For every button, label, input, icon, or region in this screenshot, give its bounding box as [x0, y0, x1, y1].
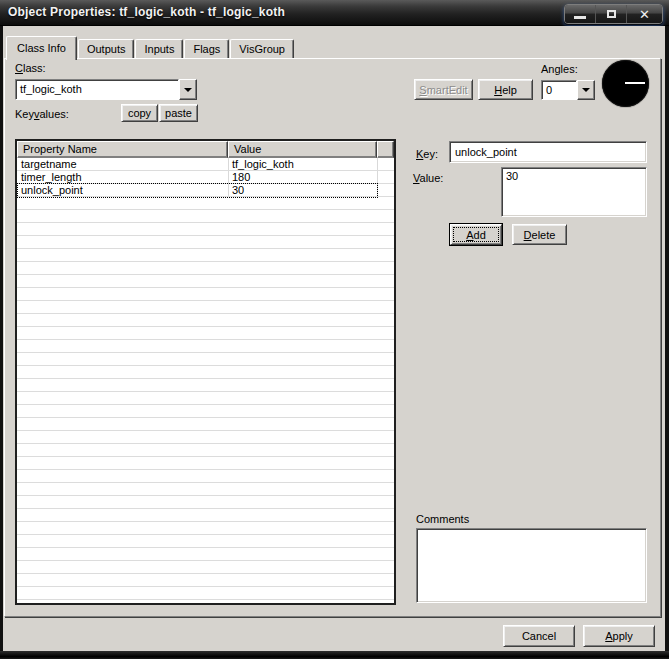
add-button[interactable]: Add: [450, 224, 502, 245]
copy-button[interactable]: copy: [121, 104, 158, 122]
tab-outputs[interactable]: Outputs: [78, 39, 135, 59]
tab-visgroup[interactable]: VisGroup: [230, 39, 294, 59]
window-title: Object Properties: tf_logic_koth - tf_lo…: [8, 5, 285, 19]
class-info-pane: Class: tf_logic_koth Keyvalues: copy pas…: [4, 58, 661, 617]
smartedit-button[interactable]: SmartEdit: [414, 79, 473, 100]
angle-dial[interactable]: [602, 60, 649, 107]
table-row-targetname[interactable]: targetname tf_logic_koth: [17, 158, 394, 171]
tab-class-info[interactable]: Class Info: [6, 36, 77, 60]
minimize-icon: [574, 16, 586, 19]
class-combobox-value: tf_logic_koth: [15, 79, 179, 100]
property-value-cell: tf_logic_koth: [228, 158, 377, 170]
keyvalues-label: Keyvalues:: [15, 108, 69, 120]
close-icon: ✕: [639, 8, 650, 21]
angle-pointer-icon: [625, 82, 645, 84]
help-button[interactable]: Help: [478, 79, 533, 100]
object-properties-window: Object Properties: tf_logic_koth - tf_lo…: [0, 0, 669, 659]
property-value-cell: 180: [228, 171, 377, 183]
value-input[interactable]: 30: [501, 167, 647, 217]
property-name-cell: unlock_point: [17, 184, 228, 196]
window-controls: ✕: [564, 4, 663, 24]
column-header-value[interactable]: Value: [228, 141, 377, 158]
maximize-button[interactable]: [596, 5, 627, 23]
comments-label: Comments: [416, 513, 469, 525]
title-bar[interactable]: Object Properties: tf_logic_koth - tf_lo…: [0, 0, 669, 26]
empty-grid-rows: [17, 197, 394, 603]
angles-combobox-value: 0: [541, 80, 577, 100]
tab-strip: Class Info Outputs Inputs Flags VisGroup: [6, 35, 295, 59]
angles-dropdown-button[interactable]: [577, 80, 595, 100]
dropdown-arrow-icon: [582, 88, 590, 92]
minimize-button[interactable]: [565, 5, 596, 23]
column-header-property-name[interactable]: Property Name: [17, 141, 228, 158]
maximize-icon: [607, 10, 616, 18]
property-name-cell: targetname: [17, 158, 228, 170]
keyvalue-table-header: Property Name Value: [17, 141, 394, 158]
dialog-client-area: Class Info Outputs Inputs Flags VisGroup…: [3, 26, 665, 651]
class-combobox-dropdown-button[interactable]: [179, 79, 197, 100]
delete-button[interactable]: Delete: [512, 224, 567, 245]
key-input[interactable]: unlock_point: [449, 141, 647, 163]
apply-button[interactable]: Apply: [583, 625, 655, 647]
tab-inputs[interactable]: Inputs: [135, 39, 183, 59]
angles-combobox[interactable]: 0: [541, 80, 595, 100]
window-bottom-border: [0, 651, 669, 659]
dropdown-arrow-icon: [184, 88, 192, 92]
table-row-unlock-point[interactable]: unlock_point 30: [17, 184, 394, 197]
column-header-filler: [377, 141, 394, 158]
key-label: Key:: [416, 148, 438, 160]
keyvalue-table[interactable]: Property Name Value targetname tf_logic_…: [15, 139, 396, 605]
value-label: Value:: [413, 172, 443, 184]
class-combobox[interactable]: tf_logic_koth: [15, 79, 197, 100]
property-value-cell: 30: [228, 184, 377, 196]
close-button[interactable]: ✕: [627, 5, 662, 23]
paste-button[interactable]: paste: [159, 104, 198, 122]
cancel-button[interactable]: Cancel: [503, 625, 575, 647]
class-label: Class:: [15, 62, 46, 74]
tab-flags[interactable]: Flags: [184, 39, 229, 59]
comments-input[interactable]: [416, 528, 647, 603]
keyvalue-table-body: targetname tf_logic_koth timer_length 18…: [17, 158, 394, 603]
angles-label: Angles:: [541, 63, 578, 75]
property-name-cell: timer_length: [17, 171, 228, 183]
